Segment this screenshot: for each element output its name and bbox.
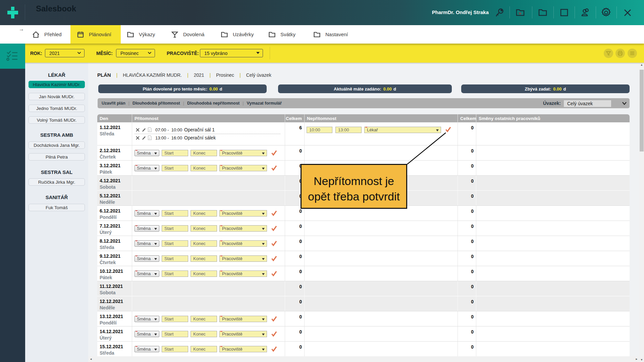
svg-text:N: N	[519, 12, 521, 15]
